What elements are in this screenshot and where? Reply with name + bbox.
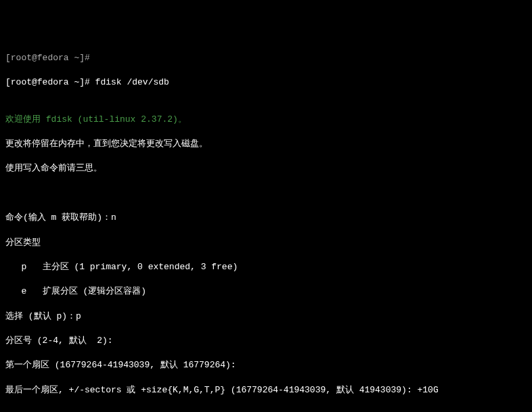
partition-type-p: p 主分区 (1 primary, 0 extended, 3 free) bbox=[5, 261, 527, 273]
line-truncated-top: [root@fedora ~]# bbox=[5, 52, 527, 64]
cmd-n[interactable]: 命令(输入 m 获取帮助)：n bbox=[5, 212, 527, 224]
fdisk-welcome: 欢迎使用 fdisk (util-linux 2.37.2)。 bbox=[5, 114, 527, 126]
prompt-fdisk[interactable]: [root@fedora ~]# fdisk /dev/sdb bbox=[5, 76, 527, 89]
last-sector[interactable]: 最后一个扇区, +/-sectors 或 +size{K,M,G,T,P} (1… bbox=[5, 384, 527, 396]
fdisk-warning-2: 使用写入命令前请三思。 bbox=[5, 162, 527, 175]
fdisk-warning-1: 更改将停留在内存中，直到您决定将更改写入磁盘。 bbox=[5, 138, 527, 150]
select-p[interactable]: 选择 (默认 p)：p bbox=[5, 311, 527, 323]
partition-type-e: e 扩展分区 (逻辑分区容器) bbox=[5, 285, 527, 298]
partition-type-header: 分区类型 bbox=[5, 237, 527, 249]
first-sector[interactable]: 第一个扇区 (16779264-41943039, 默认 16779264): bbox=[5, 359, 527, 371]
partition-number[interactable]: 分区号 (2-4, 默认 2): bbox=[5, 335, 527, 347]
